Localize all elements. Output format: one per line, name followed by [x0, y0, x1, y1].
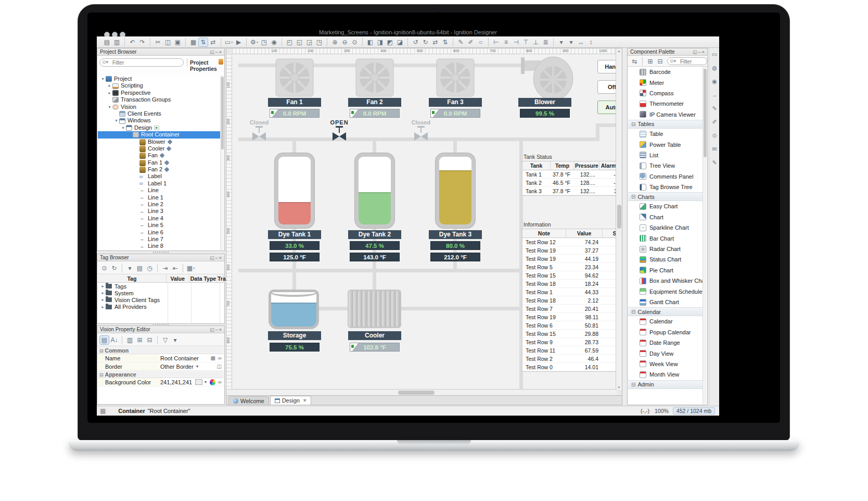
collapse-all-icon[interactable]: ⊟ — [655, 57, 665, 66]
rotate-ccw-icon[interactable]: ↺ — [411, 37, 420, 47]
tree-item-perspective[interactable]: ▸Perspective — [98, 90, 224, 96]
distribute-h-icon[interactable]: ↔ — [576, 37, 586, 47]
arrow-right-icon[interactable]: → — [709, 92, 720, 102]
tag-folder-tags[interactable]: ▸Tags — [98, 283, 224, 290]
tree-item-vision[interactable]: ▾Vision — [98, 104, 224, 110]
binding-link-icon[interactable]: ∞ — [218, 378, 222, 386]
palette-scrollbar[interactable] — [703, 67, 707, 404]
color-wheel-icon[interactable] — [210, 379, 215, 385]
palette-section-admin[interactable]: ⊟Admin — [628, 380, 703, 389]
group-icon[interactable]: ◧ — [365, 37, 375, 47]
paste-icon[interactable]: ▣ — [173, 37, 183, 47]
tree-item-label-1[interactable]: lblLabel 1 — [98, 180, 224, 187]
palette-item-list[interactable]: List — [628, 150, 703, 160]
tree-item-fan-2[interactable]: Fan 2 — [98, 166, 224, 173]
tools-icon[interactable]: ⚙▾ — [249, 37, 259, 47]
scroll-down-icon[interactable]: ▼ — [616, 386, 622, 389]
align-right-icon[interactable]: ⊣ — [511, 37, 521, 47]
tag-edit-table-icon[interactable]: ▦▾ — [186, 264, 196, 273]
expand-all-icon[interactable]: ⊞ — [645, 57, 655, 66]
palette-item-day-view[interactable]: Day View — [628, 348, 703, 358]
align-center-icon[interactable]: ≡ — [501, 37, 511, 47]
project-properties-icon[interactable]: ◳ — [259, 37, 269, 47]
align-left-icon[interactable]: ⊢ — [491, 37, 501, 47]
expander-closed-icon[interactable]: ▸ — [107, 82, 112, 89]
cut-icon[interactable]: ✂ — [153, 37, 163, 47]
mode-button-hand[interactable]: Hand — [597, 60, 617, 73]
snap-grid-icon[interactable]: ▦ — [188, 37, 198, 47]
pen-icon[interactable]: ✐ — [709, 119, 720, 129]
tree-item-line-5[interactable]: →Line 5 — [98, 222, 224, 229]
tree-item-scripting[interactable]: ▸Scripting — [98, 82, 224, 89]
project-filter-input[interactable] — [111, 59, 181, 66]
palette-item-meter[interactable]: Meter — [628, 77, 703, 87]
zoom-in-icon[interactable]: ⊕ — [330, 37, 340, 47]
valve-open[interactable] — [333, 126, 346, 146]
tag-folder-all-providers[interactable]: ▸All Providers — [98, 304, 224, 310]
align-top-icon[interactable]: ⊤ — [521, 37, 531, 47]
column-header-data-type[interactable]: Data Type — [189, 275, 218, 282]
property-value[interactable]: Root Container — [160, 354, 199, 362]
copy-icon[interactable]: ◫ — [163, 37, 173, 47]
palette-item-date-range[interactable]: Date Range — [628, 337, 703, 348]
rotate-cw-icon[interactable]: ↻ — [420, 37, 430, 47]
pencil-icon[interactable]: ✎ — [709, 105, 720, 116]
pen-tool-icon[interactable]: ✎ — [456, 37, 466, 47]
zoom-out-icon[interactable]: ⊖ — [340, 37, 350, 47]
project-filter-box[interactable]: ⊙▾ — [99, 58, 184, 67]
status-memory[interactable]: 452 / 1024 mb — [673, 407, 715, 415]
palette-item-gantt-chart[interactable]: Gantt Chart — [628, 297, 703, 307]
flip-vertical-icon[interactable]: ⇅ — [440, 37, 450, 47]
close-icon[interactable]: × — [219, 255, 223, 260]
import-tags-icon[interactable]: ⇥ — [160, 264, 170, 273]
fan-graphic[interactable] — [436, 58, 475, 97]
edit-icon[interactable]: ✎ — [709, 159, 720, 170]
palette-item-pie-chart[interactable]: Pie Chart — [628, 265, 703, 275]
property-row-border[interactable]: Border Other Border ▼ ◫ — [98, 362, 224, 371]
mail-icon[interactable]: ✉ — [709, 146, 720, 156]
collapse-section-icon[interactable]: ⊟ — [631, 309, 635, 315]
collapse-section-icon[interactable]: ⊟ — [99, 348, 104, 354]
chevron-down-icon[interactable]: ▼ — [203, 378, 207, 386]
align-bottom-icon[interactable]: ⊥ — [531, 37, 541, 47]
tank-status-table[interactable]: TankTempPressureAlarmsSTank 137.8 °F132.… — [522, 161, 617, 196]
property-row-name[interactable]: Name Root Container ▩ ∞ — [98, 354, 224, 362]
tree-item-client-events[interactable]: Client Events — [98, 110, 224, 117]
distribute-v-icon[interactable]: ↕ — [586, 37, 596, 47]
tree-item-project[interactable]: ▾Project — [98, 76, 224, 82]
close-icon[interactable]: × — [219, 49, 223, 55]
fan-graphic[interactable] — [275, 58, 314, 97]
tree-item-line-4[interactable]: →Line 4 — [98, 215, 224, 222]
tree-item-line-3[interactable]: →Line 3 — [98, 208, 224, 215]
flip-horizontal-icon[interactable]: ⇄ — [430, 37, 440, 47]
tree-item-cooler[interactable]: Cooler — [98, 145, 224, 152]
panel-splitter[interactable] — [153, 323, 169, 325]
undo-icon[interactable]: ↶ — [127, 37, 137, 47]
collapse-section-icon[interactable]: ⊟ — [99, 372, 104, 378]
pencil-tool-icon[interactable]: ✐ — [466, 37, 476, 47]
alarm-icon[interactable]: ◉ — [709, 78, 720, 89]
tab-design[interactable]: Design ✕ — [270, 396, 312, 405]
palette-item-comments-panel[interactable]: Comments Panel — [628, 171, 703, 182]
tree-item-blower[interactable]: Blower — [98, 139, 224, 145]
close-icon[interactable]: × — [219, 327, 223, 332]
tree-item-design[interactable]: ▾Design▶ — [98, 124, 224, 131]
shape-tool-icon[interactable]: ▭▾ — [224, 37, 234, 47]
send-to-back-icon[interactable]: ◪ — [395, 37, 405, 47]
palette-item-barcode[interactable]: Barcode — [628, 67, 703, 77]
pattern-icon[interactable]: ▩ — [210, 354, 215, 362]
swap-palette-icon[interactable]: ⇆ — [630, 57, 640, 66]
expander-closed-icon[interactable]: ▸ — [100, 284, 106, 289]
palette-item-week-view[interactable]: Week View — [628, 359, 703, 369]
palette-item-radar-chart[interactable]: Radar Chart — [628, 244, 703, 254]
tree-item-fan-1[interactable]: Fan 1 — [98, 159, 224, 166]
float-icon[interactable]: ◱ — [693, 49, 698, 55]
status-zoom[interactable]: 100% — [655, 408, 669, 414]
palette-filter-input[interactable] — [679, 58, 705, 65]
save-all-icon[interactable]: ▥ — [112, 37, 122, 47]
redo-icon[interactable]: ↷ — [137, 37, 147, 47]
palette-item-chart[interactable]: Chart — [628, 212, 703, 222]
palette-item-power-table[interactable]: Power Table — [628, 139, 703, 149]
expander-closed-icon[interactable]: ▸ — [107, 90, 112, 96]
dye-tank-graphic[interactable] — [275, 153, 314, 228]
